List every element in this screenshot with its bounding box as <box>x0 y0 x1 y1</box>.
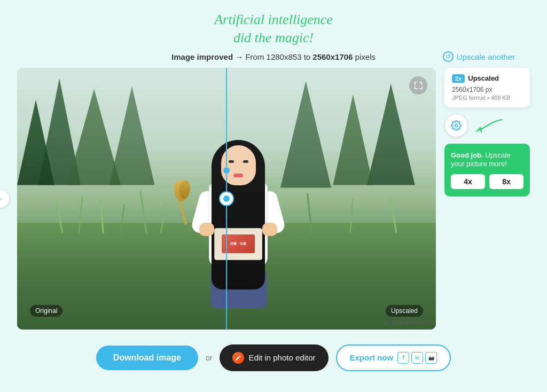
tree-4 <box>367 84 415 185</box>
label-original: Original <box>30 305 62 317</box>
image-info-text: Image improved → From 1280x853 to 2560x1… <box>171 52 376 61</box>
divider-handle-inner <box>223 195 230 202</box>
badge-label: Upscaled <box>468 74 499 82</box>
download-button[interactable]: Download image <box>96 346 198 370</box>
info-from: From 1280x853 to <box>245 52 310 61</box>
upscale-more-text: Good job. Upscale your picture more! <box>451 151 523 169</box>
handwriting-line2: did the magic! <box>233 30 314 45</box>
download-label: Download image <box>113 353 181 362</box>
stock-credit-text: by Stockphotos.com <box>384 319 432 325</box>
upscale-buttons: 4x 8x <box>451 174 523 189</box>
info-suffix: pixels <box>355 52 376 61</box>
bottom-bar: Download image or Edit in photo editor E… <box>17 344 530 371</box>
handwriting-title: Artificial intelligence did the magic! <box>214 11 333 47</box>
info-to: 2560x1706 <box>312 52 353 61</box>
back-button[interactable]: ← <box>0 189 10 208</box>
settings-button[interactable] <box>444 114 468 137</box>
expand-icon <box>414 81 423 90</box>
linkedin-icon: in <box>411 352 423 364</box>
divider-handle[interactable] <box>219 191 234 206</box>
right-sidebar: 2x Upscaled 2560x1706 px JPEG format • 4… <box>444 68 530 330</box>
gear-icon <box>451 120 462 131</box>
facebook-icon: f <box>397 352 409 364</box>
export-label: Export now <box>350 353 394 362</box>
instagram-icon: 📷 <box>425 352 437 364</box>
plant <box>179 183 182 225</box>
refresh-icon: ↺ <box>443 51 454 62</box>
upscale-8x-button[interactable]: 8x <box>489 174 523 189</box>
hand-left <box>199 223 214 236</box>
edit-icon <box>232 352 244 364</box>
eye-right <box>243 160 248 163</box>
lips <box>233 174 243 177</box>
book-text: 妊娠・出産 <box>225 242 251 246</box>
eye-left <box>229 160 234 163</box>
export-social-icons: f in 📷 <box>397 352 437 364</box>
badge-2x: 2x <box>452 74 465 83</box>
upscale-more-card: Good job. Upscale your picture more! 4x … <box>444 144 530 197</box>
curved-arrow-icon <box>472 117 504 134</box>
good-job-text: Good job. <box>451 151 483 159</box>
tree-6 <box>109 87 154 185</box>
image-improved-label: Image improved <box>171 52 233 61</box>
or-separator: or <box>206 354 212 362</box>
edit-button[interactable]: Edit in photo editor <box>220 344 328 371</box>
image-comparison: 妊娠・出産 Origina <box>17 68 436 330</box>
main-container: Artificial intelligence did the magic! I… <box>0 0 547 382</box>
content-area: ← <box>17 68 530 330</box>
image-info-bar: Image improved → From 1280x853 to 2560x1… <box>11 52 536 61</box>
settings-area <box>444 114 530 137</box>
upscaled-badge: 2x Upscaled <box>452 74 522 83</box>
person-figure: 妊娠・出産 <box>209 140 268 308</box>
pencil-icon <box>235 355 241 361</box>
info-arrow: → <box>235 52 243 61</box>
book: 妊娠・出産 <box>214 228 262 260</box>
upscale-another-button[interactable]: ↺ Upscale another <box>443 51 515 62</box>
export-button[interactable]: Export now f in 📷 <box>336 344 451 371</box>
edit-label: Edit in photo editor <box>248 353 315 362</box>
handwriting-line1: Artificial intelligence <box>214 12 333 27</box>
upscale-4x-button[interactable]: 4x <box>451 174 485 189</box>
tree-7 <box>280 81 331 188</box>
upscaled-format: JPEG format • 468 KB <box>452 95 522 101</box>
upscaled-text: Upscaled <box>391 307 418 315</box>
upscaled-dimensions: 2560x1706 px <box>452 86 522 93</box>
expand-button[interactable] <box>409 76 427 95</box>
upscaled-card: 2x Upscaled 2560x1706 px JPEG format • 4… <box>444 68 530 107</box>
tree-5 <box>333 95 373 185</box>
label-upscaled: Upscaled <box>386 305 423 317</box>
upscale-another-label: Upscale another <box>457 52 515 61</box>
stock-credit: by Stockphotos.com <box>384 319 432 325</box>
hand-right <box>262 223 277 236</box>
divider-dot <box>223 167 230 174</box>
photo-scene: 妊娠・出産 Origina <box>17 68 436 330</box>
svg-point-0 <box>455 124 458 127</box>
original-text: Original <box>35 307 57 315</box>
